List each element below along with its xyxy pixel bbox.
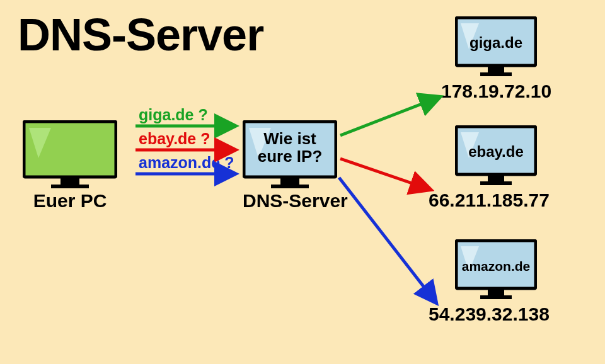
arrow-dns-ebay bbox=[340, 159, 429, 189]
arrow-dns-amazon bbox=[339, 178, 435, 301]
arrow-dns-giga bbox=[340, 98, 438, 135]
arrow-layer bbox=[0, 0, 605, 364]
diagram-stage: DNS-Server Euer PC giga.de ? ebay.de ? a… bbox=[0, 0, 605, 364]
